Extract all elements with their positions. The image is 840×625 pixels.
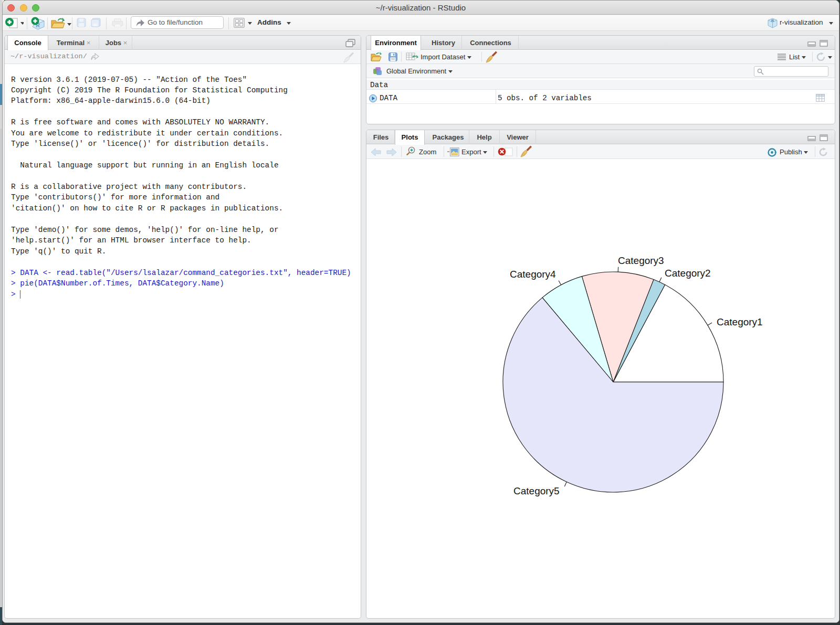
- svg-text:R: R: [771, 19, 774, 23]
